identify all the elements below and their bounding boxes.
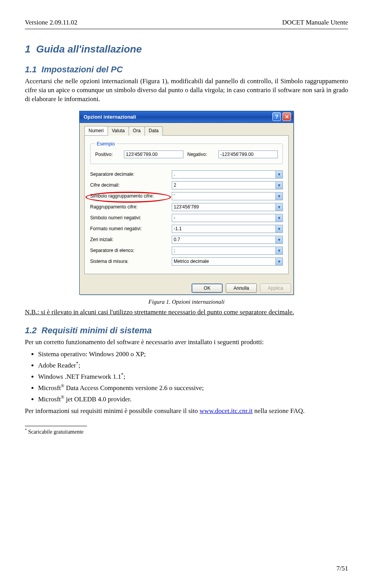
nb-text: si è rilevato in alcuni casi l'utilizzo … — [41, 308, 294, 316]
tab-ora[interactable]: Ora — [129, 126, 145, 136]
row-label: Simbolo raggruppamento cifre: — [90, 193, 168, 199]
chevron-down-icon[interactable]: ▼ — [275, 171, 282, 178]
tab-numeri-label: Numeri — [89, 128, 104, 133]
row-decimal-digits: Cifre decimali: 2 ▼ — [90, 181, 283, 189]
chevron-down-icon[interactable]: ▼ — [275, 192, 282, 200]
row-leading-zeros: Zeri iniziali: 0.7 ▼ — [90, 236, 283, 244]
combo-digit-grouping-symbol[interactable]: ' ▼ — [172, 192, 283, 200]
tab-valuta-label: Valuta — [112, 128, 125, 133]
ok-button-label: OK — [204, 285, 210, 291]
tab-valuta[interactable]: Valuta — [108, 126, 129, 136]
chevron-down-icon[interactable]: ▼ — [275, 236, 282, 243]
row-digit-grouping-symbol: Simbolo raggruppamento cifre: ' ▼ — [90, 192, 283, 200]
section-1-1-para: Accertarsi che nelle opzioni internazion… — [25, 77, 348, 104]
figure-1-caption: Figura 1. Opzioni internazionali — [25, 299, 348, 305]
dialog-button-row: OK Annulla Applica — [80, 279, 293, 294]
apply-button: Applica — [260, 284, 291, 293]
row-label: Raggruppamento cifre: — [90, 204, 168, 210]
row-label: Sistema di misura: — [90, 259, 168, 264]
req-2a: Adobe Reader — [38, 362, 76, 369]
combo-digit-grouping[interactable]: 123'456'789 ▼ — [172, 203, 283, 211]
combo-negative-format[interactable]: -1.1 ▼ — [172, 225, 283, 233]
combo-value: - — [172, 214, 275, 222]
req-1: Sistema operativo: Windows 2000 o XP; — [38, 350, 146, 358]
section-1-2-heading: 1.2 Requisiti minimi di sistema — [25, 326, 348, 336]
combo-value: . — [172, 171, 275, 178]
positive-value: 123'456'789.00 — [124, 150, 183, 158]
nb-prefix: N.B.: — [25, 308, 41, 316]
tab-data[interactable]: Data — [145, 126, 163, 136]
section-1-1-heading: 1.1 Impostazioni del PC — [25, 65, 348, 75]
row-negative-symbol: Simbolo numeri negativi: - ▼ — [90, 214, 283, 222]
section-1-2-title: Requisiti minimi di sistema — [42, 326, 152, 335]
combo-value: -1.1 — [172, 225, 275, 233]
row-measurement-system: Sistema di misura: Metrico decimale ▼ — [90, 257, 283, 266]
page-number: 7/51 — [336, 565, 348, 572]
section-1-num: 1 — [25, 43, 30, 55]
section-1-heading: 1 Guida all'installazione — [25, 43, 348, 55]
tab-panel: Esempio Positivo: 123'456'789.00 Negativ… — [84, 135, 289, 274]
tab-ora-label: Ora — [133, 128, 141, 133]
combo-decimal-digits[interactable]: 2 ▼ — [172, 181, 283, 189]
row-label: Cifre decimali: — [90, 182, 168, 188]
combo-value: ' — [172, 192, 275, 200]
req-5b: jet OLEDB 4.0 provider. — [64, 396, 132, 403]
list-item: Microsft® Data Access Components version… — [38, 382, 348, 393]
help-icon[interactable]: ? — [272, 112, 281, 121]
header-title: DOCET Manuale Utente — [282, 19, 348, 26]
dialog-titlebar[interactable]: Opzioni internazionali ? ✕ — [80, 111, 293, 123]
row-label: Formato numeri negativi: — [90, 226, 168, 231]
row-label: Simbolo numeri negativi: — [90, 215, 168, 220]
xp-regional-options-dialog: Opzioni internazionali ? ✕ Numeri Valuta… — [79, 111, 294, 295]
req-3a: Windows .NET Framework 1.1 — [38, 373, 121, 380]
req-5a: Microsft — [38, 396, 61, 403]
chevron-down-icon[interactable]: ▼ — [275, 182, 282, 189]
positive-label: Positivo: — [95, 152, 120, 157]
header-rule — [25, 29, 348, 29]
combo-list-separator[interactable]: ; ▼ — [172, 247, 283, 255]
footnote-rule — [25, 426, 87, 426]
requirements-list: Sistema operativo: Windows 2000 o XP; Ad… — [38, 349, 348, 404]
combo-value: 123'456'789 — [172, 203, 275, 211]
positive-value-text: 123'456'789.00 — [126, 152, 157, 157]
req-4a: Microsft — [38, 384, 61, 392]
list-item: Windows .NET Framework 1.1*; — [38, 371, 348, 382]
combo-value: 2 — [172, 182, 275, 189]
row-negative-format: Formato numeri negativi: -1.1 ▼ — [90, 225, 283, 233]
chevron-down-icon[interactable]: ▼ — [275, 203, 282, 211]
row-decimal-separator: Separatore decimale: . ▼ — [90, 170, 283, 178]
chevron-down-icon[interactable]: ▼ — [275, 247, 282, 254]
section-1-1-num: 1.1 — [25, 65, 37, 74]
ok-button[interactable]: OK — [192, 284, 223, 293]
nb-paragraph: N.B.: si è rilevato in alcuni casi l'uti… — [25, 308, 348, 316]
apply-button-label: Applica — [268, 285, 283, 291]
cancel-button[interactable]: Annulla — [226, 284, 257, 293]
req-4b: Data Access Components versione 2.6 o su… — [64, 384, 204, 392]
row-list-separator: Separatore di elenco: ; ▼ — [90, 247, 283, 255]
tab-strip: Numeri Valuta Ora Data — [84, 126, 289, 136]
chevron-down-icon[interactable]: ▼ — [275, 225, 282, 233]
req-5-reg: ® — [61, 394, 64, 400]
req-3b: ; — [124, 373, 125, 380]
example-legend: Esempio — [95, 141, 117, 147]
section-1-2-intro: Per un corretto funzionamento del softwa… — [25, 338, 348, 347]
footnote-text: Scaricabile gratuitamente — [27, 429, 84, 435]
chevron-down-icon[interactable]: ▼ — [275, 258, 282, 265]
cancel-button-label: Annulla — [234, 285, 249, 291]
combo-leading-zeros[interactable]: 0.7 ▼ — [172, 236, 283, 244]
tab-numeri[interactable]: Numeri — [84, 126, 108, 135]
docet-link[interactable]: www.docet.itc.cnr.it — [200, 407, 253, 415]
dialog-title: Opzioni internazionali — [84, 114, 136, 120]
chevron-down-icon[interactable]: ▼ — [275, 214, 282, 222]
example-group: Esempio Positivo: 123'456'789.00 Negativ… — [90, 141, 283, 164]
tail-a: Per informazioni sui requisiti minimi è … — [25, 407, 200, 415]
combo-measurement-system[interactable]: Metrico decimale ▼ — [172, 257, 283, 266]
combo-decimal-separator[interactable]: . ▼ — [172, 170, 283, 178]
close-icon[interactable]: ✕ — [282, 112, 291, 121]
row-label: Zeri iniziali: — [90, 237, 168, 242]
list-item: Adobe Reader*; — [38, 360, 348, 371]
combo-negative-symbol[interactable]: - ▼ — [172, 214, 283, 222]
combo-value: 0.7 — [172, 236, 275, 243]
footnote: * Scaricabile gratuitamente — [25, 428, 348, 435]
section-1-title: Guida all'installazione — [36, 43, 142, 55]
